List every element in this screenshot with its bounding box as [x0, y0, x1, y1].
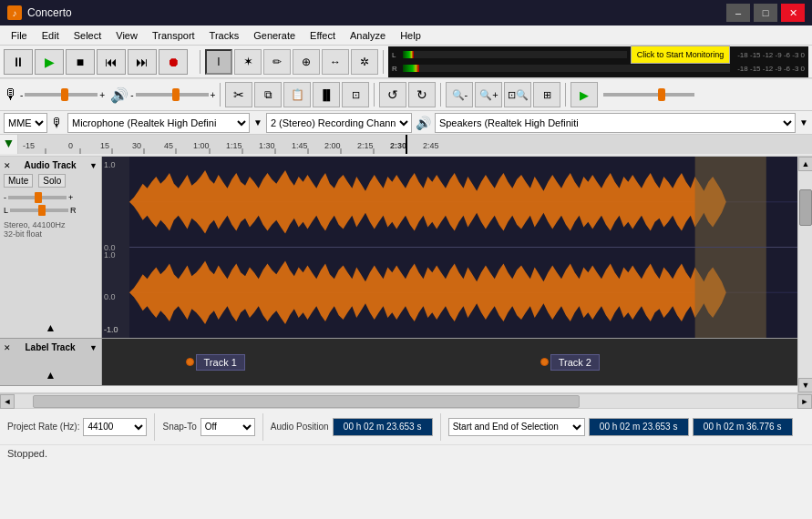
timeline-play-arrow[interactable]: ▼ — [0, 135, 18, 154]
menu-transport[interactable]: Transport — [145, 28, 202, 43]
scroll-up-button[interactable]: ▲ — [798, 157, 812, 171]
playback-rate-slider[interactable] — [603, 93, 694, 97]
cut-button[interactable]: ✂ — [225, 82, 252, 107]
track-volume-thumb[interactable] — [35, 192, 42, 203]
silence-button[interactable]: ⊡ — [342, 82, 369, 107]
stop-button[interactable]: ■ — [66, 49, 95, 75]
menu-select[interactable]: Select — [67, 28, 109, 43]
svg-text:2:45: 2:45 — [423, 141, 439, 150]
playback-rate-thumb[interactable] — [658, 88, 665, 101]
record-button[interactable]: ⏺ — [159, 49, 188, 75]
play-selection-button[interactable]: ▶ — [570, 82, 598, 107]
chevron-down-icon2: ▼ — [799, 117, 808, 127]
snap-to-select[interactable]: Off — [200, 418, 255, 436]
scroll-track[interactable] — [798, 171, 812, 378]
svg-text:-15: -15 — [23, 141, 35, 150]
scroll-down-button[interactable]: ▼ — [798, 378, 812, 392]
svg-text:0: 0 — [68, 141, 73, 150]
monitoring-button[interactable]: Click to Start Monitoring — [631, 46, 731, 64]
close-button[interactable]: ✕ — [781, 4, 805, 22]
selection-end-input[interactable] — [693, 418, 793, 436]
horizontal-scrollbar: ◄ ► — [0, 393, 812, 408]
devicebar: MME 🎙 Microphone (Realtek High Defini ▼ … — [0, 111, 812, 135]
vu-r-label: R — [392, 65, 399, 73]
input-gain-slider[interactable] — [25, 93, 98, 97]
ruler-svg: -15 0 15 30 45 1:00 1:15 1:30 1:45 2:00 … — [18, 135, 812, 154]
app-icon: ♪ — [7, 5, 22, 20]
scroll-thumb[interactable] — [799, 189, 812, 226]
label-content[interactable]: Track 1 Track 2 — [102, 339, 797, 385]
copy-button[interactable]: ⧉ — [254, 82, 282, 107]
stopped-status: Stopped. — [0, 444, 812, 461]
status-divider2 — [262, 413, 263, 441]
zoom-tool[interactable]: ⊕ — [293, 49, 320, 75]
play-button[interactable]: ▶ — [35, 49, 64, 75]
output-device-select[interactable]: Speakers (Realtek High Definiti — [435, 113, 796, 133]
selection-mode-select[interactable]: Start and End of Selection — [448, 418, 585, 436]
selection-group: Start and End of Selection — [448, 418, 793, 436]
hscroll-track[interactable] — [15, 394, 797, 408]
output-volume-slider[interactable] — [136, 93, 209, 97]
minimize-button[interactable]: – — [726, 4, 750, 22]
label-track-expand-icon[interactable]: ▲ — [4, 369, 98, 382]
menu-analyze[interactable]: Analyze — [343, 28, 393, 43]
pause-button[interactable]: ⏸ — [4, 49, 33, 75]
host-select[interactable]: MME — [4, 113, 47, 133]
track-pan-slider[interactable] — [10, 209, 68, 212]
undo-button[interactable]: ↺ — [379, 82, 406, 107]
mute-button[interactable]: Mute — [4, 174, 33, 188]
zoom-sel-button[interactable]: ⊡🔍 — [504, 82, 531, 107]
track-pan-thumb[interactable] — [38, 205, 46, 216]
mic-icon: 🎙 — [4, 86, 18, 103]
next-button[interactable]: ⏭ — [128, 49, 157, 75]
svg-text:1:00: 1:00 — [193, 141, 210, 150]
zoom-in-button[interactable]: 🔍+ — [475, 82, 502, 107]
menu-file[interactable]: File — [4, 28, 35, 43]
prev-button[interactable]: ⏮ — [97, 49, 126, 75]
menu-generate[interactable]: Generate — [246, 28, 303, 43]
track-collapse-icon[interactable]: ▲ — [4, 321, 98, 334]
input-device-select[interactable]: Microphone (Realtek High Defini — [67, 113, 250, 133]
selection-start-input[interactable] — [589, 418, 689, 436]
hscroll-right-button[interactable]: ► — [797, 394, 812, 409]
svg-text:2:00: 2:00 — [324, 141, 341, 150]
track-close-icon[interactable]: ✕ — [4, 161, 11, 170]
zoom-out-button[interactable]: 🔍- — [446, 82, 473, 107]
tracks-area: ✕ Audio Track ▼ Mute Solo - + — [0, 157, 797, 392]
label-item-1: Track 1 — [186, 354, 245, 371]
label-pin-1 — [186, 358, 194, 366]
separator2 — [383, 50, 384, 74]
label-track-close-icon[interactable]: ✕ — [4, 343, 11, 352]
output-volume-thumb[interactable] — [172, 88, 180, 101]
track-volume-slider[interactable] — [8, 196, 67, 199]
input-gain-thumb[interactable] — [61, 88, 68, 101]
menu-edit[interactable]: Edit — [35, 28, 67, 43]
hscroll-left-button[interactable]: ◄ — [0, 394, 15, 409]
hscroll-thumb[interactable] — [33, 395, 580, 408]
solo-button[interactable]: Solo — [38, 174, 66, 188]
toolbar-row1: ⏸ ▶ ■ ⏮ ⏭ ⏺ I ✶ ✏ ⊕ ↔ ✲ L Click to Start… — [0, 46, 812, 78]
menu-view[interactable]: View — [108, 28, 145, 43]
label-text-1[interactable]: Track 1 — [196, 354, 245, 371]
envelope-tool[interactable]: ✶ — [234, 49, 262, 75]
timeline-track[interactable]: -15 0 15 30 45 1:00 1:15 1:30 1:45 2:00 … — [18, 135, 812, 154]
label-text-2[interactable]: Track 2 — [550, 354, 600, 371]
multi-tool[interactable]: ✲ — [351, 49, 378, 75]
redo-button[interactable]: ↻ — [408, 82, 436, 107]
timeshift-tool[interactable]: ↔ — [322, 49, 349, 75]
selection-tool[interactable]: I — [205, 49, 232, 75]
track-dropdown-icon[interactable]: ▼ — [89, 161, 98, 170]
menu-tracks[interactable]: Tracks — [202, 28, 247, 43]
zoom-fit-button[interactable]: ⊞ — [533, 82, 560, 107]
maximize-button[interactable]: □ — [754, 4, 777, 22]
paste-button[interactable]: 📋 — [283, 82, 311, 107]
trim-button[interactable]: ▐▌ — [313, 82, 340, 107]
channels-select[interactable]: 2 (Stereo) Recording Channels — [266, 113, 412, 133]
project-rate-select[interactable]: 44100 — [83, 418, 147, 436]
menu-help[interactable]: Help — [393, 28, 428, 43]
label-track-dropdown-icon[interactable]: ▼ — [89, 343, 98, 352]
audio-position-input[interactable] — [333, 418, 433, 436]
draw-tool[interactable]: ✏ — [263, 49, 291, 75]
pan-row: L R — [4, 206, 98, 215]
menu-effect[interactable]: Effect — [303, 28, 343, 43]
